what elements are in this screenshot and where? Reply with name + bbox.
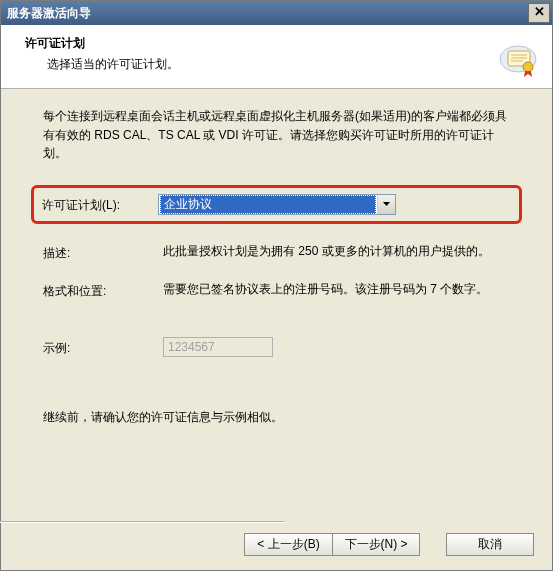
chevron-down-icon[interactable] (377, 195, 395, 214)
format-value: 需要您已签名协议表上的注册号码。该注册号码为 7 个数字。 (163, 280, 510, 299)
example-row: 示例: 1234567 (43, 337, 510, 358)
back-button[interactable]: < 上一步(B) (244, 533, 332, 556)
svg-point-5 (523, 62, 533, 72)
cancel-button[interactable]: 取消 (446, 533, 534, 556)
window-title: 服务器激活向导 (7, 5, 91, 22)
example-label: 示例: (43, 337, 163, 358)
titlebar: 服务器激活向导 ✕ (1, 1, 552, 25)
format-row: 格式和位置: 需要您已签名协议表上的注册号码。该注册号码为 7 个数字。 (43, 280, 510, 301)
license-plan-label: 许可证计划(L): (42, 194, 158, 215)
license-plan-combobox[interactable]: 企业协议 (158, 194, 396, 215)
close-button[interactable]: ✕ (528, 3, 550, 23)
description-label: 描述: (43, 242, 163, 263)
confirm-text: 继续前，请确认您的许可证信息与示例相似。 (43, 408, 510, 427)
intro-text: 每个连接到远程桌面会话主机或远程桌面虚拟化主机服务器(如果适用)的客户端都必须具… (43, 107, 510, 163)
description-row: 描述: 此批量授权计划是为拥有 250 或更多的计算机的用户提供的。 (43, 242, 510, 263)
format-label: 格式和位置: (43, 280, 163, 301)
wizard-window: 服务器激活向导 ✕ 许可证计划 选择适当的许可证计划。 每个连接到远程桌面会话主… (0, 0, 553, 571)
license-plan-highlight: 许可证计划(L): 企业协议 (31, 185, 522, 224)
license-plan-selected: 企业协议 (160, 195, 376, 214)
description-value: 此批量授权计划是为拥有 250 或更多的计算机的用户提供的。 (163, 242, 510, 261)
wizard-header: 许可证计划 选择适当的许可证计划。 (1, 25, 552, 89)
certificate-icon (498, 39, 538, 79)
header-subtitle: 选择适当的许可证计划。 (47, 56, 538, 73)
header-title: 许可证计划 (25, 35, 538, 52)
wizard-content: 每个连接到远程桌面会话主机或远程桌面虚拟化主机服务器(如果适用)的客户端都必须具… (1, 89, 552, 426)
wizard-button-bar: < 上一步(B) 下一步(N) > 取消 (244, 533, 534, 556)
next-button[interactable]: 下一步(N) > (332, 533, 420, 556)
example-input: 1234567 (163, 337, 273, 357)
